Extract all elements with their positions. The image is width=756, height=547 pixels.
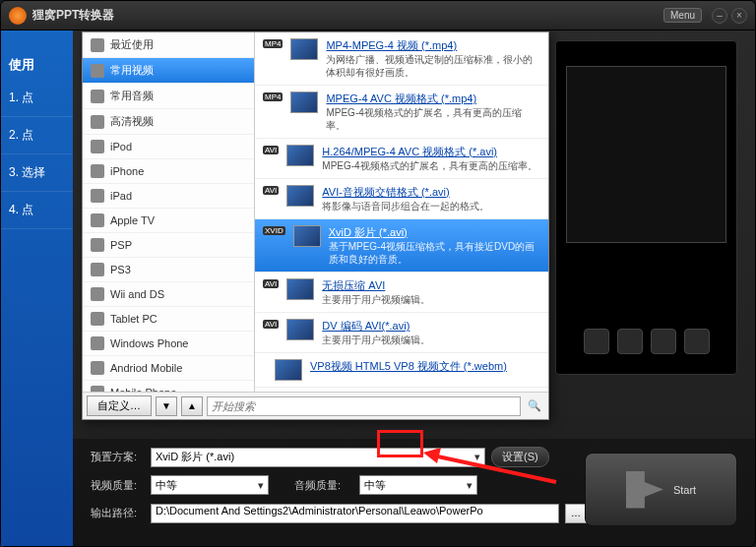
titlebar: 狸窝PPT转换器 Menu – ×: [1, 1, 755, 30]
format-thumbnail-icon: [290, 91, 318, 113]
category-list[interactable]: 最近使用常用视频常用音频高清视频iPodiPhoneiPadApple TVPS…: [83, 32, 255, 392]
category-item[interactable]: Mobile Phone: [83, 381, 254, 392]
playback-controls: [556, 329, 736, 354]
format-title: VP8视频 HTML5 VP8 视频文件 (*.webm): [310, 359, 540, 374]
format-badge: AVI: [263, 146, 279, 154]
category-item[interactable]: 常用视频: [83, 58, 254, 84]
format-badge: AVI: [263, 320, 279, 329]
category-item[interactable]: 最近使用: [83, 32, 254, 58]
category-label: 最近使用: [110, 37, 154, 52]
video-quality-dropdown[interactable]: 中等: [151, 475, 269, 495]
winphone-icon: [91, 336, 104, 350]
category-item[interactable]: iPhone: [83, 159, 254, 184]
format-title: DV 编码 AVI(*.avi): [322, 319, 540, 334]
format-badge: MP4: [263, 39, 283, 48]
format-item[interactable]: MP4MPEG-4 AVC 视频格式 (*.mp4)MPEG-4视频格式的扩展名…: [255, 86, 548, 139]
format-item[interactable]: AVI无损压缩 AVI主要用于用户视频编辑。: [255, 273, 548, 313]
sidebar-header: 使用: [1, 50, 73, 80]
format-item[interactable]: XVIDXviD 影片 (*.avi)基于MPEG-4视频压缩格式，具有接近DV…: [255, 219, 548, 273]
psp-icon: [91, 238, 104, 252]
format-badge: AVI: [263, 186, 279, 195]
next-button[interactable]: [651, 329, 676, 354]
category-label: iPhone: [110, 165, 144, 177]
category-item[interactable]: Windows Phone: [83, 332, 254, 356]
profile-label: 预置方案:: [91, 450, 145, 464]
svg-marker-0: [423, 448, 441, 463]
format-description: MPEG-4视频格式的扩展名，具有更高的压缩率。: [322, 159, 540, 172]
format-item[interactable]: AVIAVI-音视频交错格式 (*.avi)将影像与语音同步组合在一起的格式。: [255, 179, 548, 219]
sidebar-step-2[interactable]: 2. 点: [1, 117, 73, 154]
start-label: Start: [673, 484, 696, 496]
output-path-field[interactable]: D:\Document And Settings2\Administrator\…: [151, 504, 559, 523]
category-item[interactable]: iPad: [83, 184, 254, 209]
menu-button[interactable]: Menu: [663, 8, 702, 23]
play-button[interactable]: [617, 329, 643, 354]
category-item[interactable]: iPod: [83, 135, 254, 159]
browse-button[interactable]: …: [565, 504, 587, 523]
format-thumbnail-icon: [286, 145, 314, 166]
tablet-icon: [91, 312, 104, 326]
format-title: MPEG-4 AVC 视频格式 (*.mp4): [326, 91, 540, 106]
category-item[interactable]: Tablet PC: [83, 307, 254, 332]
category-label: Apple TV: [110, 214, 155, 226]
app-title: 狸窝PPT转换器: [32, 7, 663, 24]
category-item[interactable]: Andriod Mobile: [83, 356, 254, 381]
sidebar-step-4[interactable]: 4. 点: [1, 192, 73, 229]
category-label: iPad: [110, 190, 132, 202]
category-item[interactable]: PS3: [83, 258, 254, 282]
category-item[interactable]: Wii and DS: [83, 282, 254, 307]
format-thumbnail-icon: [275, 359, 302, 381]
wii-icon: [91, 287, 104, 301]
start-icon: [626, 471, 663, 509]
format-description: MPEG-4视频格式的扩展名，具有更高的压缩率。: [326, 106, 540, 132]
collapse-button[interactable]: ▲: [181, 396, 203, 416]
format-list[interactable]: MP4MP4-MPEG-4 视频 (*.mp4)为网络广播、视频通讯定制的压缩标…: [255, 32, 548, 392]
category-item[interactable]: 高清视频: [83, 109, 254, 135]
category-item[interactable]: PSP: [83, 233, 254, 258]
clock-icon: [91, 38, 104, 52]
app-logo-icon: [9, 7, 27, 25]
category-item[interactable]: 常用音频: [83, 84, 254, 109]
android-icon: [91, 361, 104, 375]
format-item[interactable]: VP8视频 HTML5 VP8 视频文件 (*.webm): [255, 353, 548, 388]
hd-icon: [91, 115, 104, 129]
format-title: AVI-音视频交错格式 (*.avi): [322, 185, 540, 200]
annotation-highlight-box: [377, 430, 423, 457]
format-title: H.264/MPEG-4 AVC 视频格式 (*.avi): [322, 145, 540, 159]
prev-button[interactable]: [584, 329, 609, 354]
format-title: MP4-MPEG-4 视频 (*.mp4): [326, 38, 540, 53]
format-thumbnail-icon: [293, 225, 321, 247]
minimize-button[interactable]: –: [712, 8, 727, 24]
format-item[interactable]: MP4MP4-MPEG-4 视频 (*.mp4)为网络广播、视频通讯定制的压缩标…: [255, 32, 548, 86]
format-thumbnail-icon: [286, 319, 314, 340]
search-input[interactable]: [207, 396, 521, 416]
start-button[interactable]: Start: [585, 453, 737, 526]
format-description: 为网络广播、视频通讯定制的压缩标准，很小的体积却有很好画质。: [326, 53, 540, 79]
popup-footer: 自定义… ▼ ▲ 🔍: [83, 392, 548, 419]
search-icon[interactable]: 🔍: [525, 396, 544, 416]
sidebar-step-1[interactable]: 1. 点: [1, 80, 73, 117]
custom-button[interactable]: 自定义…: [87, 395, 152, 416]
audio-icon: [91, 90, 104, 103]
format-item[interactable]: AVIDV 编码 AVI(*.avi)主要用于用户视频编辑。: [255, 313, 548, 353]
close-button[interactable]: ×: [731, 8, 747, 24]
category-label: Tablet PC: [110, 313, 158, 325]
format-item[interactable]: AVIH.264/MPEG-4 AVC 视频格式 (*.avi)MPEG-4视频…: [255, 139, 548, 179]
preview-viewport: [566, 66, 726, 243]
category-item[interactable]: Apple TV: [83, 209, 254, 233]
category-label: 常用音频: [110, 89, 154, 103]
dropdown-toggle-button[interactable]: ▼: [156, 396, 177, 416]
format-badge: XVID: [263, 226, 285, 235]
category-label: 高清视频: [110, 114, 154, 129]
sidebar-step-3[interactable]: 3. 选择: [1, 154, 73, 192]
format-title: 无损压缩 AVI: [322, 278, 540, 293]
format-picker-popup: 最近使用常用视频常用音频高清视频iPodiPhoneiPadApple TVPS…: [82, 31, 549, 420]
category-label: PS3: [110, 264, 131, 275]
format-badge: MP4: [263, 92, 283, 101]
stop-button[interactable]: [684, 329, 710, 354]
format-thumbnail-icon: [290, 38, 318, 60]
ipad-icon: [91, 189, 104, 203]
video-icon: [91, 64, 104, 78]
annotation-arrow-icon: [423, 448, 561, 487]
appletv-icon: [91, 213, 104, 227]
